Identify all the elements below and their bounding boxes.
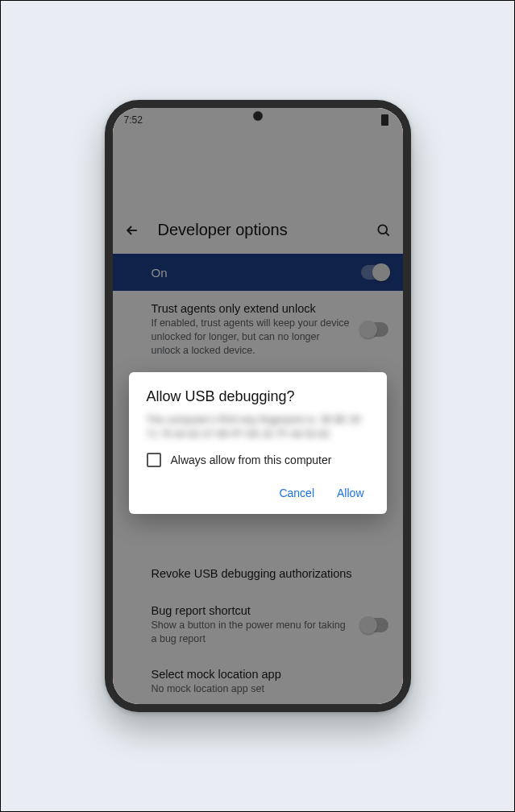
dialog-fingerprint-text: The computer's RSA key fingerprint is: 3… [147,413,369,441]
usb-debugging-dialog: Allow USB debugging? The computer's RSA … [129,372,387,514]
dialog-actions: Cancel Allow [147,487,369,504]
always-allow-row[interactable]: Always allow from this computer [147,453,369,467]
phone-frame: 7:52 Developer options On [105,100,411,712]
front-camera [253,111,263,121]
always-allow-label: Always allow from this computer [171,454,332,466]
cancel-button[interactable]: Cancel [279,487,314,499]
phone-screen: 7:52 Developer options On [113,108,403,704]
always-allow-checkbox[interactable] [147,453,161,467]
allow-button[interactable]: Allow [337,487,363,499]
dialog-title: Allow USB debugging? [147,388,369,405]
